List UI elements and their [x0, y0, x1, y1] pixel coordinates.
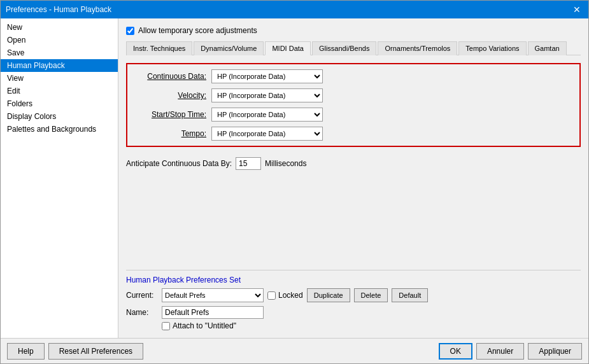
- locked-checkbox-row: Locked: [267, 291, 303, 300]
- preferences-window: Preferences - Human Playback ✕ New Open …: [0, 0, 589, 364]
- main-content: Allow temporary score adjustments Instr.…: [118, 18, 588, 338]
- sidebar-item-palettes[interactable]: Palettes and Backgrounds: [1, 123, 118, 136]
- duplicate-button[interactable]: Duplicate: [307, 288, 350, 302]
- window-body: New Open Save Human Playback View Edit F…: [1, 18, 588, 338]
- attach-label: Attach to "Untitled": [173, 321, 236, 330]
- attach-checkbox[interactable]: [162, 322, 170, 330]
- delete-button[interactable]: Delete: [354, 288, 388, 302]
- tempo-dropdown[interactable]: HP (Incorporate Data) HP Only Score Data…: [211, 127, 323, 141]
- prefs-current-row: Current: Default Prefs Locked Duplicate …: [126, 288, 581, 302]
- midi-options-box: Continuous Data: HP (Incorporate Data) H…: [126, 63, 581, 147]
- ok-button[interactable]: OK: [439, 343, 472, 360]
- sidebar-item-display-colors[interactable]: Display Colors: [1, 110, 118, 123]
- sidebar-item-folders[interactable]: Folders: [1, 97, 118, 110]
- start-stop-label: Start/Stop Time:: [135, 110, 211, 119]
- sidebar-item-new[interactable]: New: [1, 21, 118, 34]
- bottom-left: Help Reset All Preferences: [7, 343, 143, 360]
- start-stop-dropdown[interactable]: HP (Incorporate Data) HP Only Score Data…: [211, 108, 323, 122]
- midi-data-panel: Continuous Data: HP (Incorporate Data) H…: [126, 63, 581, 170]
- sidebar-item-view[interactable]: View: [1, 72, 118, 85]
- continuous-data-row: Continuous Data: HP (Incorporate Data) H…: [135, 69, 572, 83]
- tempo-row: Tempo: HP (Incorporate Data) HP Only Sco…: [135, 127, 572, 141]
- reset-all-button[interactable]: Reset All Preferences: [48, 343, 143, 360]
- current-dropdown[interactable]: Default Prefs: [162, 288, 264, 302]
- tabs-bar: Instr. Techniques Dynamics/Volume MIDI D…: [126, 41, 581, 55]
- attach-checkbox-row: Attach to "Untitled": [162, 321, 581, 330]
- title-bar: Preferences - Human Playback ✕: [1, 1, 588, 18]
- bottom-right: OK Annuler Appliquer: [439, 343, 582, 360]
- velocity-label: Velocity:: [135, 91, 211, 100]
- tab-gamtan[interactable]: Gamtan: [528, 41, 567, 55]
- window-title: Preferences - Human Playback: [6, 5, 111, 14]
- sidebar-item-save[interactable]: Save: [1, 46, 118, 59]
- prefs-name-row: Name:: [126, 306, 581, 319]
- velocity-dropdown[interactable]: HP (Incorporate Data) HP Only Score Data…: [211, 88, 323, 102]
- sidebar: New Open Save Human Playback View Edit F…: [1, 18, 118, 338]
- allow-checkbox-row: Allow temporary score adjustments: [126, 26, 581, 35]
- bottom-bar: Help Reset All Preferences OK Annuler Ap…: [1, 338, 588, 363]
- start-stop-row: Start/Stop Time: HP (Incorporate Data) H…: [135, 108, 572, 122]
- default-button[interactable]: Default: [392, 288, 428, 302]
- velocity-row: Velocity: HP (Incorporate Data) HP Only …: [135, 88, 572, 102]
- tab-ornaments-tremolos[interactable]: Ornaments/Tremolos: [378, 41, 457, 55]
- allow-label: Allow temporary score adjustments: [138, 26, 257, 35]
- anticipate-label: Anticipate Continuous Data By:: [126, 159, 232, 168]
- help-button[interactable]: Help: [7, 343, 45, 360]
- apply-button[interactable]: Appliquer: [528, 343, 582, 360]
- tempo-label: Tempo:: [135, 129, 211, 138]
- midi-tab-content: Continuous Data: HP (Incorporate Data) H…: [126, 63, 581, 270]
- name-label: Name:: [126, 308, 158, 317]
- continuous-data-label: Continuous Data:: [135, 72, 211, 81]
- tab-tempo-variations[interactable]: Tempo Variations: [458, 41, 526, 55]
- cancel-button[interactable]: Annuler: [476, 343, 524, 360]
- continuous-data-dropdown[interactable]: HP (Incorporate Data) HP Only Score Data…: [211, 69, 323, 83]
- name-input[interactable]: [162, 306, 264, 319]
- allow-checkbox[interactable]: [126, 27, 134, 35]
- tab-glissandi-bends[interactable]: Glissandi/Bends: [312, 41, 377, 55]
- prefs-section: Human Playback Preferences Set Current: …: [126, 270, 581, 330]
- close-button[interactable]: ✕: [571, 3, 583, 16]
- anticipate-row: Anticipate Continuous Data By: Milliseco…: [126, 157, 581, 170]
- current-label: Current:: [126, 291, 158, 300]
- sidebar-item-open[interactable]: Open: [1, 34, 118, 46]
- prefs-title: Human Playback Preferences Set: [126, 276, 581, 284]
- tab-instr-techniques[interactable]: Instr. Techniques: [126, 41, 192, 55]
- anticipate-unit: Milliseconds: [265, 159, 306, 168]
- anticipate-input[interactable]: [236, 157, 261, 170]
- sidebar-item-edit[interactable]: Edit: [1, 85, 118, 97]
- locked-checkbox[interactable]: [267, 291, 276, 300]
- sidebar-item-human-playback[interactable]: Human Playback: [1, 59, 118, 72]
- tab-dynamics-volume[interactable]: Dynamics/Volume: [194, 41, 264, 55]
- tab-midi-data[interactable]: MIDI Data: [265, 41, 311, 55]
- locked-label: Locked: [278, 291, 303, 300]
